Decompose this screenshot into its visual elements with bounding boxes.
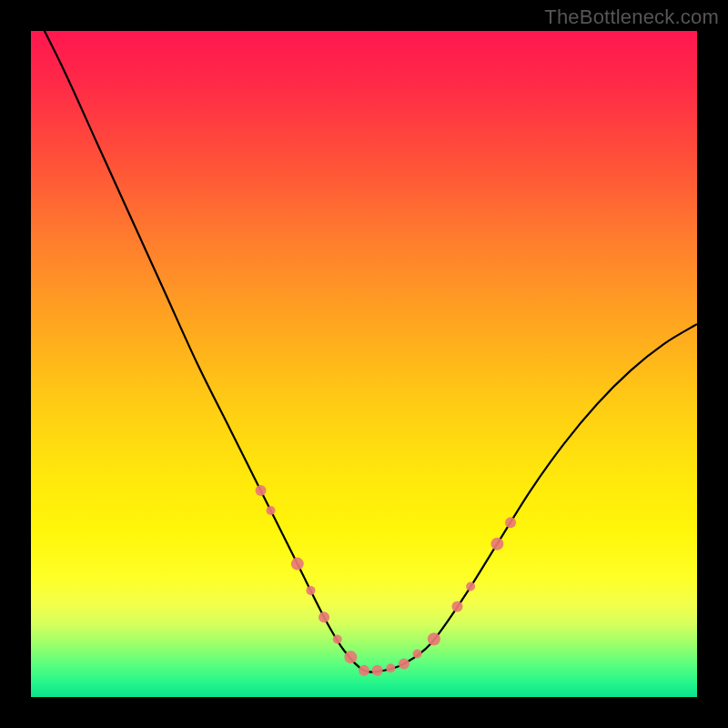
curve-marker bbox=[466, 581, 475, 591]
curve-marker bbox=[333, 635, 342, 644]
curve-marker bbox=[318, 612, 329, 622]
bottleneck-curve bbox=[31, 5, 697, 672]
curve-marker bbox=[267, 506, 276, 515]
curve-marker bbox=[451, 601, 462, 612]
plot-area bbox=[31, 31, 697, 697]
curve-marker bbox=[344, 651, 357, 663]
curve-markers bbox=[256, 485, 517, 676]
curve-marker bbox=[505, 517, 516, 528]
curve-marker bbox=[359, 665, 369, 676]
curve-marker bbox=[490, 538, 503, 551]
curve-marker bbox=[428, 632, 440, 645]
curve-marker bbox=[372, 665, 383, 676]
curve-marker bbox=[306, 586, 315, 595]
curve-marker bbox=[291, 558, 304, 571]
curve-marker bbox=[399, 658, 410, 669]
curve-layer bbox=[31, 31, 697, 697]
curve-marker bbox=[413, 649, 422, 658]
watermark-text: TheBottleneck.com bbox=[544, 5, 719, 29]
curve-marker bbox=[256, 485, 267, 496]
chart-frame: TheBottleneck.com bbox=[0, 0, 728, 728]
curve-marker bbox=[386, 663, 395, 672]
